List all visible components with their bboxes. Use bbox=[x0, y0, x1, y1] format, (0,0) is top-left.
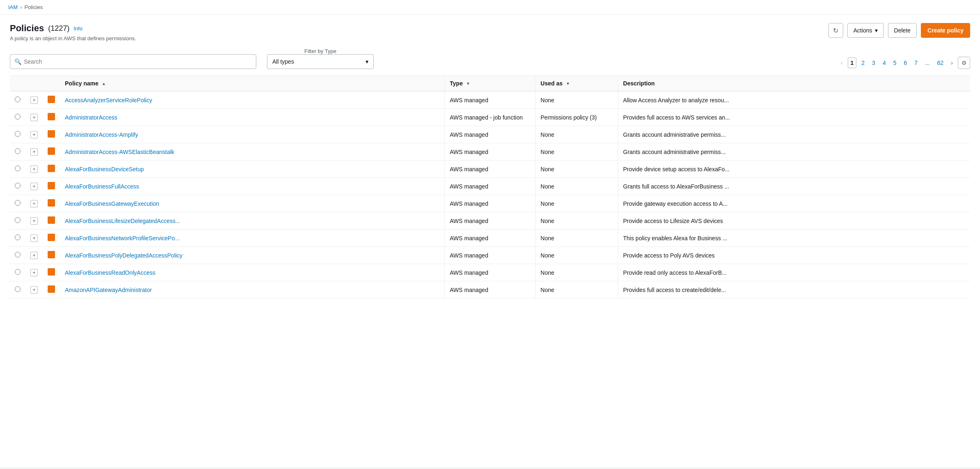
policy-icon-8 bbox=[48, 234, 55, 241]
policy-link-0[interactable]: AccessAnalyzerServiceRolePolicy bbox=[65, 97, 152, 103]
col-header-type[interactable]: Type ▼ bbox=[445, 76, 535, 92]
row-radio-cell bbox=[10, 126, 25, 143]
policy-link-6[interactable]: AlexaForBusinessGatewayExecution bbox=[65, 200, 159, 207]
policy-link-10[interactable]: AlexaForBusinessReadOnlyAccess bbox=[65, 269, 155, 276]
row-type-cell: AWS managed bbox=[445, 178, 535, 195]
search-icon: 🔍 bbox=[14, 58, 21, 65]
page-4[interactable]: 4 bbox=[880, 58, 888, 68]
table-row: + AlexaForBusinessFullAccess AWS managed… bbox=[10, 178, 970, 195]
row-expand-cell: + bbox=[25, 91, 43, 109]
policy-radio-9[interactable] bbox=[15, 252, 21, 257]
expand-button-5[interactable]: + bbox=[30, 183, 38, 190]
row-desc-cell: Provide access to Poly AVS devices bbox=[618, 247, 970, 264]
expand-button-2[interactable]: + bbox=[30, 131, 38, 138]
row-icon-cell bbox=[43, 264, 60, 281]
page-7[interactable]: 7 bbox=[912, 58, 920, 68]
expand-button-1[interactable]: + bbox=[30, 114, 38, 121]
policy-link-1[interactable]: AdministratorAccess bbox=[65, 114, 117, 121]
row-used-cell: None bbox=[536, 230, 618, 247]
row-radio-cell bbox=[10, 281, 25, 299]
policy-radio-10[interactable] bbox=[15, 269, 21, 275]
row-type-cell: AWS managed bbox=[445, 195, 535, 212]
expand-button-0[interactable]: + bbox=[30, 97, 38, 104]
page-2[interactable]: 2 bbox=[859, 58, 867, 68]
expand-button-4[interactable]: + bbox=[30, 166, 38, 173]
row-desc-cell: Provide device setup access to AlexaFo..… bbox=[618, 161, 970, 178]
page-3[interactable]: 3 bbox=[870, 58, 878, 68]
policy-link-2[interactable]: AdministratorAccess-Amplify bbox=[65, 131, 138, 138]
row-expand-cell: + bbox=[25, 178, 43, 195]
policy-radio-4[interactable] bbox=[15, 166, 21, 171]
policy-link-7[interactable]: AlexaForBusinessLifesizeDelegatedAccess.… bbox=[65, 218, 180, 224]
actions-label: Actions bbox=[853, 27, 872, 34]
expand-button-8[interactable]: + bbox=[30, 234, 38, 242]
pagination-next-button[interactable]: › bbox=[948, 58, 955, 68]
col-header-used-as[interactable]: Used as ▼ bbox=[536, 76, 618, 92]
row-radio-cell bbox=[10, 264, 25, 281]
policy-radio-6[interactable] bbox=[15, 200, 21, 206]
policy-radio-3[interactable] bbox=[15, 148, 21, 154]
expand-button-7[interactable]: + bbox=[30, 217, 38, 225]
policy-link-4[interactable]: AlexaForBusinessDeviceSetup bbox=[65, 166, 144, 172]
expand-button-3[interactable]: + bbox=[30, 148, 38, 156]
table-row: + AlexaForBusinessGatewayExecution AWS m… bbox=[10, 195, 970, 212]
expand-button-11[interactable]: + bbox=[30, 286, 38, 294]
column-settings-button[interactable]: ⚙ bbox=[958, 57, 970, 69]
policy-link-11[interactable]: AmazonAPIGatewayAdministrator bbox=[65, 287, 152, 293]
row-expand-cell: + bbox=[25, 230, 43, 247]
policy-link-5[interactable]: AlexaForBusinessFullAccess bbox=[65, 183, 139, 190]
row-radio-cell bbox=[10, 195, 25, 212]
col-header-policy-name[interactable]: Policy name ▲ bbox=[60, 76, 444, 92]
pagination-prev-button[interactable]: ‹ bbox=[838, 58, 845, 68]
policy-link-9[interactable]: AlexaForBusinessPolyDelegatedAccessPolic… bbox=[65, 252, 182, 259]
type-select-dropdown[interactable]: All types ▾ bbox=[267, 54, 374, 69]
row-used-cell: Permissions policy (3) bbox=[536, 109, 618, 126]
policy-radio-8[interactable] bbox=[15, 234, 21, 240]
row-expand-cell: + bbox=[25, 212, 43, 230]
policy-count: (1227) bbox=[48, 24, 69, 33]
policy-name-sort-asc-icon: ▲ bbox=[102, 81, 106, 86]
policy-radio-2[interactable] bbox=[15, 131, 21, 137]
page-5[interactable]: 5 bbox=[891, 58, 899, 68]
policy-link-3[interactable]: AdministratorAccess-AWSElasticBeanstalk bbox=[65, 149, 174, 155]
page-1[interactable]: 1 bbox=[848, 57, 857, 68]
row-icon-cell bbox=[43, 161, 60, 178]
page-62[interactable]: 62 bbox=[935, 58, 946, 68]
expand-button-9[interactable]: + bbox=[30, 252, 38, 259]
actions-chevron-icon: ▾ bbox=[875, 27, 878, 34]
page-6[interactable]: 6 bbox=[901, 58, 909, 68]
main-content: Policies (1227) Info A policy is an obje… bbox=[0, 15, 980, 467]
refresh-icon: ↻ bbox=[833, 27, 838, 34]
breadcrumb-iam-link[interactable]: IAM bbox=[8, 4, 18, 10]
policy-radio-5[interactable] bbox=[15, 183, 21, 189]
row-name-cell: AlexaForBusinessFullAccess bbox=[60, 178, 444, 195]
row-radio-cell bbox=[10, 247, 25, 264]
policy-radio-7[interactable] bbox=[15, 217, 21, 223]
policy-link-8[interactable]: AlexaForBusinessNetworkProfileServicePo.… bbox=[65, 235, 179, 241]
refresh-button[interactable]: ↻ bbox=[828, 23, 843, 38]
actions-button[interactable]: Actions ▾ bbox=[847, 23, 884, 38]
row-used-cell: None bbox=[536, 143, 618, 161]
row-used-cell: None bbox=[536, 281, 618, 299]
table-row: + AccessAnalyzerServiceRolePolicy AWS ma… bbox=[10, 91, 970, 109]
policy-icon-6 bbox=[48, 199, 55, 207]
policy-radio-1[interactable] bbox=[15, 114, 21, 120]
row-expand-cell: + bbox=[25, 247, 43, 264]
row-name-cell: AdministratorAccess-AWSElasticBeanstalk bbox=[60, 143, 444, 161]
create-policy-button[interactable]: Create policy bbox=[921, 23, 970, 38]
expand-button-10[interactable]: + bbox=[30, 269, 38, 276]
policy-icon-2 bbox=[48, 130, 55, 138]
col-header-description: Description bbox=[618, 76, 970, 92]
breadcrumb-current: Policies bbox=[24, 4, 43, 10]
delete-button[interactable]: Delete bbox=[888, 23, 917, 38]
policy-icon-5 bbox=[48, 182, 55, 189]
search-input[interactable] bbox=[24, 58, 252, 65]
info-link[interactable]: Info bbox=[74, 25, 83, 32]
policy-radio-0[interactable] bbox=[15, 97, 21, 102]
table-row: + AlexaForBusinessDeviceSetup AWS manage… bbox=[10, 161, 970, 178]
page-description: A policy is an object in AWS that define… bbox=[10, 35, 136, 41]
expand-button-6[interactable]: + bbox=[30, 200, 38, 207]
policy-radio-11[interactable] bbox=[15, 286, 21, 292]
row-radio-cell bbox=[10, 212, 25, 230]
table-row: + AdministratorAccess-Amplify AWS manage… bbox=[10, 126, 970, 143]
